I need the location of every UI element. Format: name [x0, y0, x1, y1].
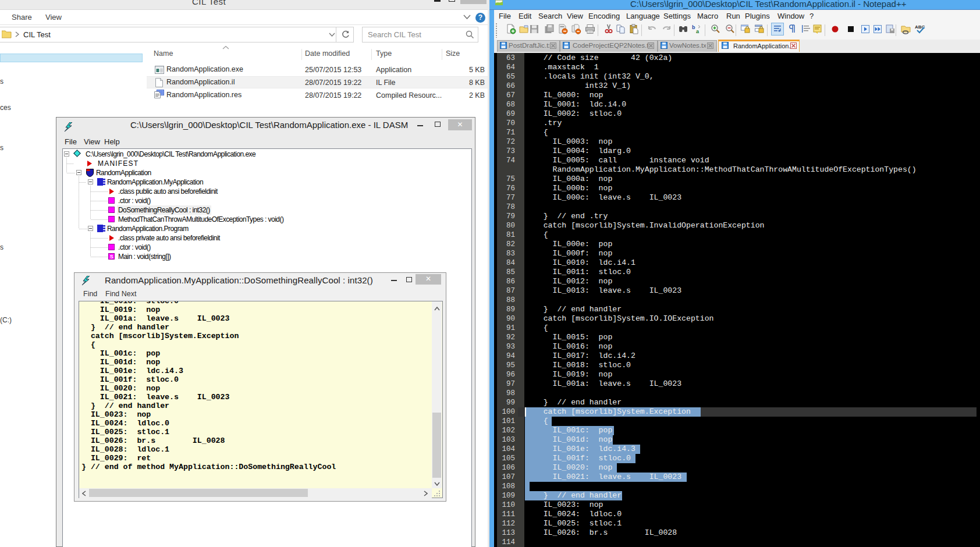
svg-text:b: b	[692, 24, 695, 30]
svg-text:a: a	[696, 29, 700, 34]
